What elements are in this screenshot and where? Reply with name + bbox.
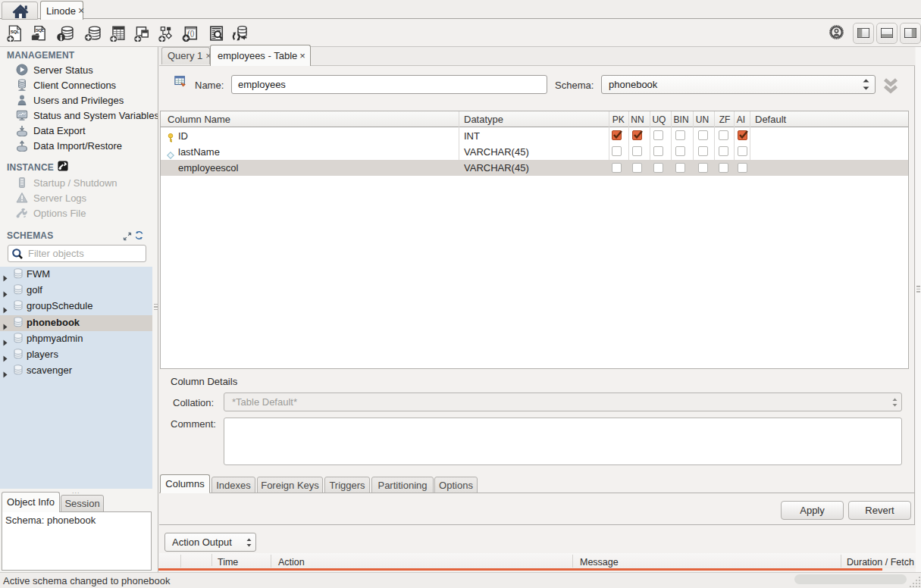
svg-text:SQL: SQL bbox=[36, 28, 45, 33]
svg-text:SQL: SQL bbox=[11, 30, 20, 34]
svg-text:(): () bbox=[190, 30, 195, 37]
